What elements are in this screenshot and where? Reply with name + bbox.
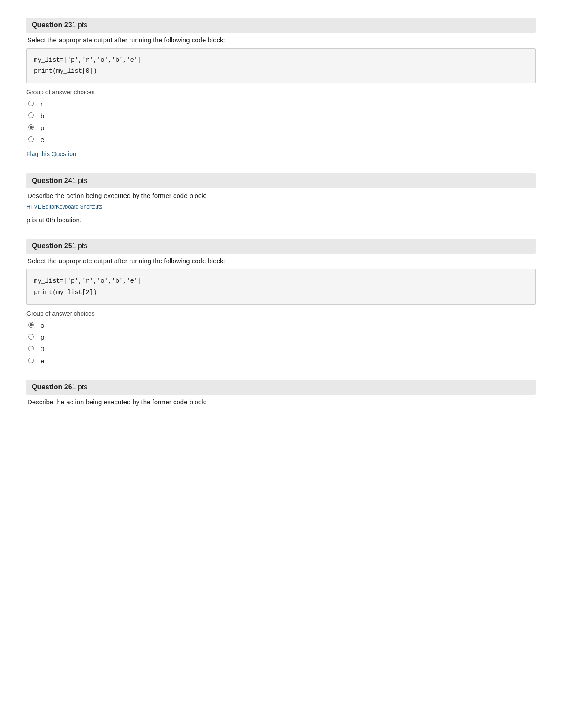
answer-choice-c25_p[interactable]: p bbox=[28, 332, 536, 343]
answer-group-label-23: Group of answer choices bbox=[26, 89, 536, 96]
question-title-23: Question 231 pts bbox=[32, 21, 87, 29]
code-line-25-1: print(my_list[2]) bbox=[34, 287, 528, 298]
choice-label-c23_r: r bbox=[41, 99, 43, 108]
radio-btn-c23_r[interactable] bbox=[28, 101, 34, 106]
question-prompt-25: Select the appropriate output after runn… bbox=[26, 257, 536, 265]
choice-label-c23_e: e bbox=[41, 135, 44, 144]
flag-link-23[interactable]: Flag this Question bbox=[26, 150, 76, 157]
question-prompt-23: Select the appropriate output after runn… bbox=[26, 36, 536, 44]
question-header-25: Question 251 pts bbox=[26, 239, 536, 254]
answer-choice-c23_p[interactable]: p bbox=[28, 122, 536, 133]
radio-container-c23_e bbox=[28, 135, 41, 143]
question-pts-23: 1 pts bbox=[72, 21, 88, 29]
choice-label-c25_o: o bbox=[41, 321, 44, 330]
answer-choice-c23_e[interactable]: e bbox=[28, 134, 536, 145]
answer-text-24: p is at 0th location. bbox=[26, 214, 536, 225]
question-pts-24: 1 pts bbox=[72, 177, 88, 184]
radio-btn-c23_e[interactable] bbox=[28, 136, 34, 142]
radio-container-c25_o bbox=[28, 321, 41, 329]
answer-choices-23: rbpe bbox=[28, 98, 536, 145]
answer-choice-c23_b[interactable]: b bbox=[28, 110, 536, 121]
choice-label-c25_0: 0 bbox=[41, 344, 44, 354]
radio-container-c23_b bbox=[28, 111, 41, 119]
radio-container-c23_r bbox=[28, 99, 41, 108]
choice-label-c23_b: b bbox=[41, 111, 44, 120]
question-title-24: Question 241 pts bbox=[32, 177, 87, 184]
code-block-23: my_list=['p','r','o','b','e']print(my_li… bbox=[26, 48, 536, 83]
radio-btn-c23_p[interactable] bbox=[28, 124, 34, 130]
question-block-23: Question 231 ptsSelect the appropriate o… bbox=[26, 18, 536, 160]
radio-btn-c25_e[interactable] bbox=[28, 358, 34, 363]
answer-group-label-25: Group of answer choices bbox=[26, 310, 536, 317]
question-header-24: Question 241 pts bbox=[26, 173, 536, 188]
radio-btn-c25_o[interactable] bbox=[28, 322, 34, 328]
question-pts-25: 1 pts bbox=[72, 242, 88, 250]
answer-choice-c23_r[interactable]: r bbox=[28, 98, 536, 109]
radio-btn-c23_b[interactable] bbox=[28, 112, 34, 118]
editor-link-html-editor[interactable]: HTML Editor bbox=[26, 204, 56, 210]
radio-container-c25_e bbox=[28, 356, 41, 365]
question-prompt-24: Describe the action being executed by th… bbox=[26, 192, 536, 199]
choice-label-c23_p: p bbox=[41, 123, 44, 132]
choice-label-c25_p: p bbox=[41, 332, 44, 342]
answer-choices-25: op0e bbox=[28, 320, 536, 366]
radio-container-c25_p bbox=[28, 332, 41, 341]
question-header-23: Question 231 pts bbox=[26, 18, 536, 33]
editor-link-keyboard-shortcuts[interactable]: Keyboard Shortcuts bbox=[56, 204, 102, 210]
question-title-25: Question 251 pts bbox=[32, 242, 87, 250]
question-header-26: Question 261 pts bbox=[26, 380, 536, 395]
question-title-26: Question 261 pts bbox=[32, 383, 87, 391]
code-block-25: my_list=['p','r','o','b','e']print(my_li… bbox=[26, 269, 536, 304]
radio-container-c25_0 bbox=[28, 344, 41, 353]
radio-container-c23_p bbox=[28, 123, 41, 131]
editor-links-24: HTML EditorKeyboard Shortcuts bbox=[26, 204, 536, 210]
radio-btn-c25_p[interactable] bbox=[28, 334, 34, 340]
question-block-24: Question 241 ptsDescribe the action bein… bbox=[26, 173, 536, 225]
question-block-26: Question 261 ptsDescribe the action bein… bbox=[26, 380, 536, 406]
question-pts-26: 1 pts bbox=[72, 383, 88, 391]
choice-label-c25_e: e bbox=[41, 356, 44, 366]
question-prompt-26: Describe the action being executed by th… bbox=[26, 398, 536, 406]
code-line-23-0: my_list=['p','r','o','b','e'] bbox=[34, 55, 528, 66]
question-block-25: Question 251 ptsSelect the appropriate o… bbox=[26, 239, 536, 366]
code-line-25-0: my_list=['p','r','o','b','e'] bbox=[34, 276, 528, 287]
radio-btn-c25_0[interactable] bbox=[28, 346, 34, 351]
answer-choice-c25_e[interactable]: e bbox=[28, 355, 536, 366]
answer-choice-c25_o[interactable]: o bbox=[28, 320, 536, 331]
code-line-23-1: print(my_list[0]) bbox=[34, 66, 528, 77]
answer-choice-c25_0[interactable]: 0 bbox=[28, 343, 536, 355]
